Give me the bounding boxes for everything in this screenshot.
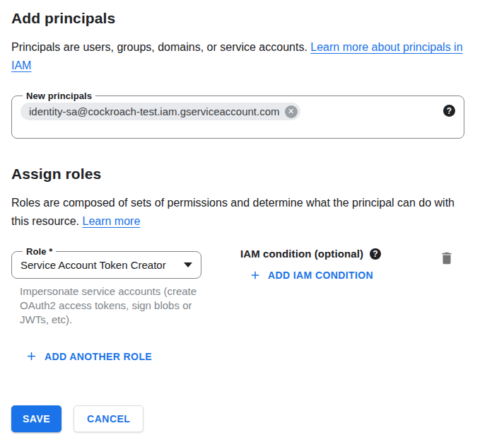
add-icon	[249, 269, 262, 282]
help-icon[interactable]: ?	[443, 105, 455, 117]
add-principals-panel: Add principals Principals are users, gro…	[0, 0, 504, 432]
page-title: Add principals	[11, 10, 493, 27]
delete-role-button[interactable]	[439, 250, 455, 268]
new-principals-field[interactable]: New principals identity-sa@cockroach-tes…	[11, 91, 464, 139]
arrow-drop-down-icon	[184, 262, 192, 267]
role-selected-value: Service Account Token Creator	[20, 259, 166, 271]
save-button[interactable]: SAVE	[11, 405, 61, 432]
iam-condition-label: IAM condition (optional)	[240, 248, 363, 260]
assign-roles-text-static: Roles are composed of sets of permission…	[11, 197, 455, 227]
intro-text-static: Principals are users, groups, domains, o…	[11, 41, 307, 53]
principal-chip: identity-sa@cockroach-test.iam.gservicea…	[20, 103, 300, 120]
role-assignment-row: Role * Service Account Token Creator Imp…	[11, 246, 464, 327]
add-iam-condition-button[interactable]: ADD IAM CONDITION	[249, 269, 381, 282]
add-another-role-label: ADD ANOTHER ROLE	[45, 351, 152, 362]
add-another-role-button[interactable]: ADD ANOTHER ROLE	[25, 349, 152, 363]
role-select-field[interactable]: Role * Service Account Token Creator	[11, 246, 201, 279]
assign-roles-title: Assign roles	[11, 166, 493, 183]
action-buttons: SAVE CANCEL	[11, 405, 493, 432]
learn-more-roles-link[interactable]: Learn more	[83, 215, 141, 227]
intro-text: Principals are users, groups, domains, o…	[11, 38, 478, 75]
role-label: Role *	[23, 246, 56, 257]
iam-condition-column: IAM condition (optional) ? ADD IAM CONDI…	[240, 246, 381, 282]
role-helper-text: Impersonate service accounts (create OAu…	[11, 284, 218, 327]
principal-chip-value: identity-sa@cockroach-test.iam.gservicea…	[29, 105, 280, 117]
cancel-icon[interactable]: ✕	[285, 105, 298, 118]
cancel-button[interactable]: CANCEL	[74, 405, 143, 432]
delete-icon	[439, 250, 455, 268]
add-iam-condition-label: ADD IAM CONDITION	[268, 270, 373, 281]
role-column: Role * Service Account Token Creator Imp…	[11, 246, 201, 327]
new-principals-label: New principals	[23, 91, 95, 101]
add-icon	[25, 349, 38, 363]
assign-roles-description: Roles are composed of sets of permission…	[11, 194, 457, 231]
help-icon[interactable]: ?	[370, 248, 381, 260]
role-dropdown[interactable]: Service Account Token Creator	[20, 257, 192, 271]
